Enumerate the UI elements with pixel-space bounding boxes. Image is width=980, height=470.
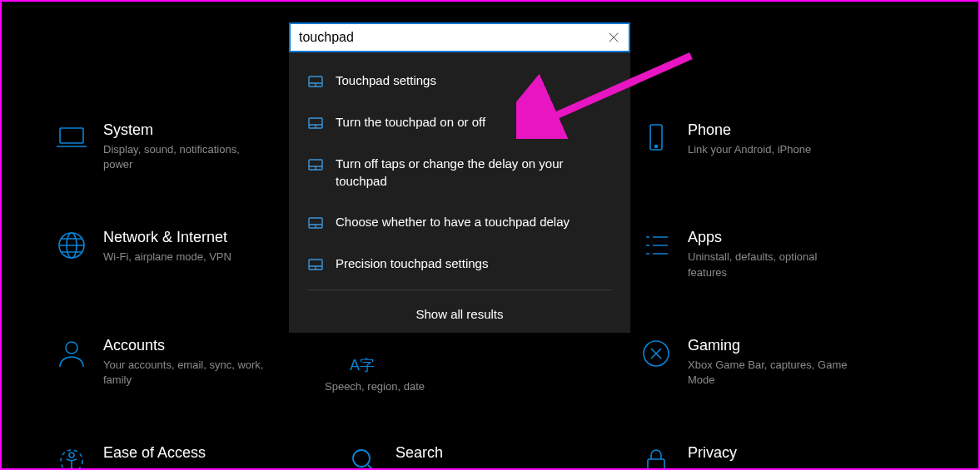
category-title: Privacy (688, 444, 737, 462)
touchpad-icon (307, 256, 324, 273)
category-title: Gaming (688, 337, 854, 354)
svg-point-5 (66, 342, 77, 354)
svg-point-8 (69, 453, 74, 458)
result-turn-touchpad-on-off[interactable]: Turn the touchpad on or off (289, 101, 630, 143)
category-title: Apps (688, 229, 854, 246)
category-title: Search (395, 444, 443, 462)
touchpad-icon (307, 115, 324, 131)
search-results-dropdown: Touchpad settings Turn the touchpad on o… (289, 52, 630, 333)
category-accounts[interactable]: Accounts Your accounts, email, sync, wor… (52, 334, 344, 391)
category-privacy[interactable]: Privacy (636, 441, 928, 470)
touchpad-icon (307, 73, 324, 90)
result-touchpad-settings[interactable]: Touchpad settings (289, 60, 630, 101)
time-language-desc: Speech, region, date (325, 380, 425, 393)
category-phone[interactable]: Phone Link your Android, iPhone (636, 118, 928, 176)
result-label: Choose whether to have a touchpad delay (336, 213, 570, 230)
svg-point-9 (353, 450, 370, 467)
result-label: Precision touchpad settings (336, 255, 488, 272)
ease-of-access-icon (55, 444, 88, 470)
result-touchpad-delay[interactable]: Choose whether to have a touchpad delay (289, 201, 630, 243)
category-ease-of-access[interactable]: Ease of Access (52, 441, 344, 470)
apps-list-icon (639, 229, 673, 262)
svg-rect-10 (648, 459, 664, 470)
search-icon (347, 444, 381, 470)
touchpad-icon (307, 156, 324, 173)
result-precision-touchpad[interactable]: Precision touchpad settings (289, 243, 630, 284)
gaming-icon (639, 337, 673, 370)
category-gaming[interactable]: Gaming Xbox Game Bar, captures, Game Mod… (636, 334, 928, 391)
category-desc: Link your Android, iPhone (688, 142, 811, 157)
category-desc: Uninstall, defaults, optional features (688, 250, 854, 280)
svg-rect-0 (60, 128, 83, 143)
search-container (289, 22, 630, 52)
search-box[interactable] (289, 22, 630, 52)
category-title: Network & Internet (103, 229, 231, 246)
search-input[interactable] (299, 30, 607, 45)
result-label: Touchpad settings (336, 72, 436, 89)
result-label: Turn the touchpad on or off (336, 113, 485, 131)
category-desc: Your accounts, email, sync, work, family (103, 358, 270, 388)
person-icon (55, 337, 88, 370)
show-all-results[interactable]: Show all results (289, 295, 630, 333)
result-turn-off-taps[interactable]: Turn off taps or change the delay on you… (289, 143, 630, 201)
svg-point-2 (655, 146, 658, 148)
globe-icon (55, 229, 88, 262)
touchpad-icon (307, 215, 324, 231)
category-title: Accounts (103, 337, 270, 354)
category-desc: Xbox Game Bar, captures, Game Mode (688, 358, 854, 388)
lock-icon (639, 444, 673, 470)
clear-search-button[interactable] (607, 31, 620, 44)
category-desc: Wi-Fi, airplane mode, VPN (103, 250, 231, 265)
category-title: Phone (688, 121, 811, 139)
category-title: System (103, 121, 270, 139)
phone-icon (639, 121, 673, 155)
result-label: Turn off taps or change the delay on you… (336, 155, 612, 190)
results-divider (307, 289, 612, 290)
category-desc: Display, sound, notifications, power (103, 142, 270, 172)
laptop-icon (55, 121, 88, 155)
category-title: Ease of Access (103, 444, 206, 462)
category-apps[interactable]: Apps Uninstall, defaults, optional featu… (636, 225, 928, 283)
category-search[interactable]: Search (344, 441, 636, 470)
time-language-glyph: A字 (350, 355, 375, 375)
